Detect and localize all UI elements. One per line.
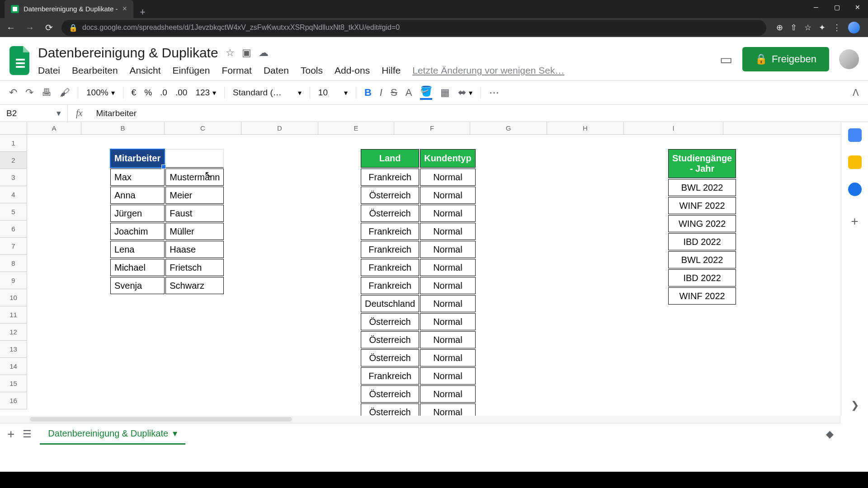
text-color-button[interactable]: A xyxy=(406,87,412,99)
column-header-B[interactable]: B xyxy=(81,122,165,134)
fill-color-button[interactable]: 🪣 xyxy=(420,85,432,100)
bold-button[interactable]: B xyxy=(364,87,372,99)
row-header-12[interactable]: 12 xyxy=(0,324,27,341)
zoom-dropdown[interactable]: 100% ▾ xyxy=(86,88,115,98)
cell[interactable]: Müller xyxy=(165,223,224,240)
table2-header-kundentyp[interactable]: Kundentyp xyxy=(420,149,475,168)
cell[interactable]: Frankreich xyxy=(361,277,419,294)
menu-bearbeiten[interactable]: Bearbeiten xyxy=(72,65,118,76)
sheet-tab[interactable]: Datenbereinigung & Duplikate ▾ xyxy=(40,423,185,445)
cell[interactable]: WING 2022 xyxy=(668,215,736,232)
name-box[interactable]: B2 ▾ xyxy=(0,105,68,122)
cell[interactable]: Deutschland xyxy=(361,295,419,312)
cell[interactable]: Normal xyxy=(420,169,475,186)
cell[interactable]: Normal xyxy=(420,313,475,330)
print-button[interactable]: 🖶 xyxy=(42,87,52,99)
merge-button[interactable]: ⬌▾ xyxy=(458,87,472,99)
cell[interactable]: Faust xyxy=(165,205,224,222)
cell[interactable]: Mustermann xyxy=(165,169,224,186)
browser-tab[interactable]: Datenbereinigung & Duplikate - × xyxy=(5,0,133,18)
row-header-11[interactable]: 11 xyxy=(0,306,27,324)
menu-format[interactable]: Format xyxy=(222,65,252,76)
cell[interactable]: Normal xyxy=(420,385,475,403)
cell[interactable]: Österreich xyxy=(361,205,419,222)
doc-title[interactable]: Datenbereinigung & Duplikate xyxy=(38,45,218,61)
column-header-C[interactable]: C xyxy=(165,122,241,134)
cell[interactable]: Normal xyxy=(420,295,475,312)
cell[interactable]: Meier xyxy=(165,187,224,204)
all-sheets-button[interactable]: ☰ xyxy=(23,428,32,440)
cell[interactable]: Normal xyxy=(420,277,475,294)
row-header-3[interactable]: 3 xyxy=(0,169,27,186)
borders-button[interactable]: ▦ xyxy=(440,87,450,99)
row-header-13[interactable]: 13 xyxy=(0,341,27,358)
collapse-toolbar-button[interactable]: ᐱ xyxy=(853,87,859,98)
cell[interactable]: BWL 2022 xyxy=(668,251,736,268)
column-header-D[interactable]: D xyxy=(241,122,318,134)
cell[interactable]: Frietsch xyxy=(165,259,224,276)
cell[interactable]: Österreich xyxy=(361,331,419,348)
cell[interactable]: Frankreich xyxy=(361,259,419,276)
cell[interactable]: Normal xyxy=(420,205,475,222)
currency-button[interactable]: € xyxy=(132,88,137,98)
cell[interactable]: BWL 2022 xyxy=(668,179,736,196)
cell[interactable]: Normal xyxy=(420,404,475,416)
paint-format-button[interactable]: 🖌 xyxy=(60,87,70,99)
column-header-G[interactable]: G xyxy=(470,122,547,134)
cell[interactable]: Österreich xyxy=(361,349,419,366)
minimize-button[interactable]: ─ xyxy=(806,0,826,14)
cell[interactable]: Normal xyxy=(420,349,475,366)
cell[interactable]: Normal xyxy=(420,223,475,240)
row-header-6[interactable]: 6 xyxy=(0,221,27,238)
table1-header[interactable]: Mitarbeiter xyxy=(110,149,165,168)
cell[interactable]: Normal xyxy=(420,259,475,276)
cell[interactable]: Michael xyxy=(110,259,165,276)
share-url-icon[interactable]: ⇧ xyxy=(790,23,797,33)
increase-decimal-button[interactable]: .00 xyxy=(175,88,187,98)
profile-avatar[interactable] xyxy=(848,22,860,33)
cell[interactable]: WINF 2022 xyxy=(668,197,736,214)
menu-datei[interactable]: Datei xyxy=(38,65,60,76)
menu-icon[interactable]: ⋮ xyxy=(833,23,841,33)
cell[interactable]: Normal xyxy=(420,241,475,258)
add-sheet-button[interactable]: + xyxy=(7,427,14,441)
search-icon[interactable]: ⊕ xyxy=(776,23,783,33)
column-header-A[interactable]: A xyxy=(27,122,81,134)
menu-tools[interactable]: Tools xyxy=(301,65,323,76)
address-bar[interactable]: 🔒 docs.google.com/spreadsheets/d/1Jevzbk… xyxy=(61,20,766,36)
row-header-5[interactable]: 5 xyxy=(0,203,27,221)
menu-einfügen[interactable]: Einfügen xyxy=(172,65,210,76)
cell[interactable]: Lena xyxy=(110,241,165,258)
last-edit-link[interactable]: Letzte Änderung vor wenigen Sek… xyxy=(412,65,564,76)
comments-icon[interactable]: ▭ xyxy=(720,52,732,67)
cell[interactable]: Haase xyxy=(165,241,224,258)
account-avatar[interactable] xyxy=(839,49,859,69)
row-header-9[interactable]: 9 xyxy=(0,272,27,289)
row-header-2[interactable]: 2 xyxy=(0,152,27,169)
cell[interactable]: Svenja xyxy=(110,277,165,294)
undo-button[interactable]: ↶ xyxy=(9,87,17,99)
cell[interactable]: Frankreich xyxy=(361,241,419,258)
menu-daten[interactable]: Daten xyxy=(264,65,289,76)
column-header-I[interactable]: I xyxy=(624,122,723,134)
row-header-10[interactable]: 10 xyxy=(0,289,27,306)
column-header-F[interactable]: F xyxy=(394,122,470,134)
row-header-16[interactable]: 16 xyxy=(0,392,27,409)
forward-button[interactable]: → xyxy=(24,23,36,33)
cloud-icon[interactable]: ☁ xyxy=(259,47,269,59)
horizontal-scrollbar[interactable] xyxy=(0,416,841,423)
cell[interactable]: Schwarz xyxy=(165,277,224,294)
column-header-H[interactable]: H xyxy=(547,122,624,134)
cell[interactable]: Österreich xyxy=(361,404,419,416)
cell[interactable]: IBD 2022 xyxy=(668,269,736,286)
more-toolbar-button[interactable]: ⋯ xyxy=(489,87,499,99)
cell[interactable]: Normal xyxy=(420,187,475,204)
table3-header[interactable]: Studiengänge - Jahr xyxy=(668,149,736,178)
cell[interactable]: Jürgen xyxy=(110,205,165,222)
cell[interactable]: Anna xyxy=(110,187,165,204)
explore-button[interactable]: ◆ xyxy=(826,428,834,440)
cell[interactable]: Österreich xyxy=(361,313,419,330)
move-icon[interactable]: ▣ xyxy=(242,47,251,59)
reload-button[interactable]: ⟳ xyxy=(42,22,55,33)
cell[interactable]: Frankreich xyxy=(361,223,419,240)
